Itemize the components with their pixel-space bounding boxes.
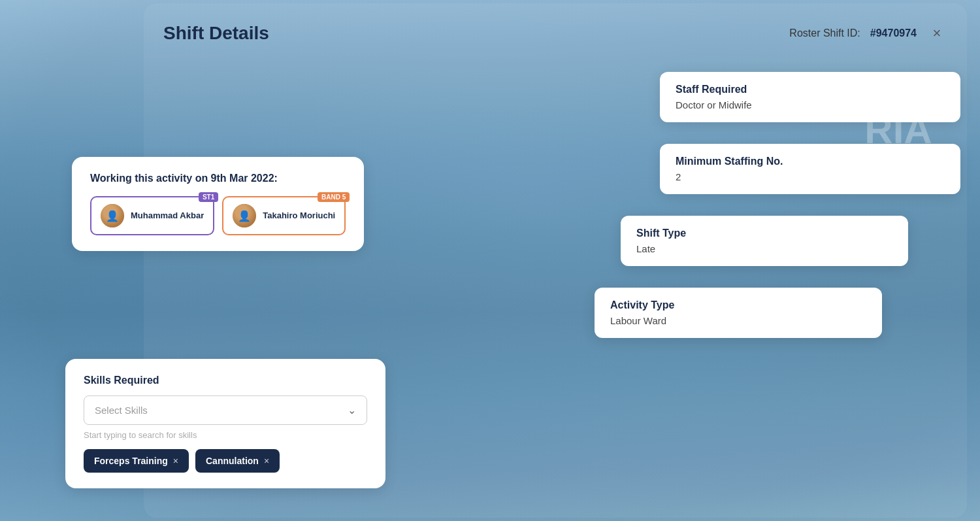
min-staffing-card: Minimum Staffing No. 2 bbox=[660, 144, 960, 194]
staff-required-label: Staff Required bbox=[676, 84, 945, 95]
staff-name-1: Muhammad Akbar bbox=[131, 210, 204, 222]
min-staffing-label: Minimum Staffing No. bbox=[676, 156, 945, 167]
min-staffing-value: 2 bbox=[676, 171, 945, 182]
avatar-1: 👤 bbox=[101, 204, 124, 227]
shift-type-label: Shift Type bbox=[636, 227, 892, 239]
staff-required-value: Doctor or Midwife bbox=[676, 99, 945, 110]
roster-id-label: Roster Shift ID: bbox=[789, 27, 860, 39]
activity-type-value: Labour Ward bbox=[610, 315, 866, 326]
avatar-image-2: 👤 bbox=[233, 204, 256, 227]
staff-card-1[interactable]: ST1 👤 Muhammad Akbar bbox=[90, 196, 214, 235]
shift-type-card: Shift Type Late bbox=[621, 216, 908, 266]
close-button[interactable]: × bbox=[926, 23, 947, 44]
shift-type-value: Late bbox=[636, 243, 892, 254]
working-title: Working this activity on 9th Mar 2022: bbox=[90, 173, 346, 184]
skill-tag-cannulation[interactable]: Cannulation × bbox=[195, 449, 280, 473]
skills-tags-container: Forceps Training × Cannulation × bbox=[84, 449, 367, 473]
staff-name-2: Takahiro Moriuchi bbox=[263, 210, 335, 222]
staff-cards-row: ST1 👤 Muhammad Akbar BAND 5 👤 Takahiro M… bbox=[90, 196, 346, 235]
shift-header: Shift Details Roster Shift ID: #9470974 … bbox=[150, 23, 960, 44]
remove-forceps-icon[interactable]: × bbox=[173, 456, 178, 466]
staff-badge-2: BAND 5 bbox=[318, 192, 350, 202]
staff-required-card: Staff Required Doctor or Midwife bbox=[660, 72, 960, 122]
skill-tag-label-forceps: Forceps Training bbox=[94, 456, 168, 466]
skills-search-hint: Start typing to search for skills bbox=[84, 430, 367, 440]
skills-title: Skills Required bbox=[84, 375, 367, 386]
roster-id-value: #9470974 bbox=[870, 27, 917, 39]
activity-type-label: Activity Type bbox=[610, 299, 866, 311]
main-modal: Shift Details Roster Shift ID: #9470974 … bbox=[150, 13, 960, 508]
chevron-down-icon: ⌄ bbox=[348, 404, 356, 416]
skills-select-dropdown[interactable]: Select Skills ⌄ bbox=[84, 395, 367, 425]
remove-cannulation-icon[interactable]: × bbox=[264, 456, 269, 466]
skill-tag-forceps[interactable]: Forceps Training × bbox=[84, 449, 189, 473]
staff-card-2[interactable]: BAND 5 👤 Takahiro Moriuchi bbox=[222, 196, 346, 235]
skills-required-card: Skills Required Select Skills ⌄ Start ty… bbox=[65, 359, 385, 488]
skills-select-placeholder: Select Skills bbox=[95, 405, 148, 416]
activity-type-card: Activity Type Labour Ward bbox=[595, 288, 882, 338]
page-title: Shift Details bbox=[163, 23, 269, 44]
avatar-2: 👤 bbox=[233, 204, 256, 227]
working-activity-card: Working this activity on 9th Mar 2022: S… bbox=[72, 157, 364, 251]
avatar-image-1: 👤 bbox=[101, 204, 124, 227]
skill-tag-label-cannulation: Cannulation bbox=[206, 456, 259, 466]
shift-id-section: Roster Shift ID: #9470974 × bbox=[789, 23, 947, 44]
staff-badge-1: ST1 bbox=[199, 192, 218, 202]
